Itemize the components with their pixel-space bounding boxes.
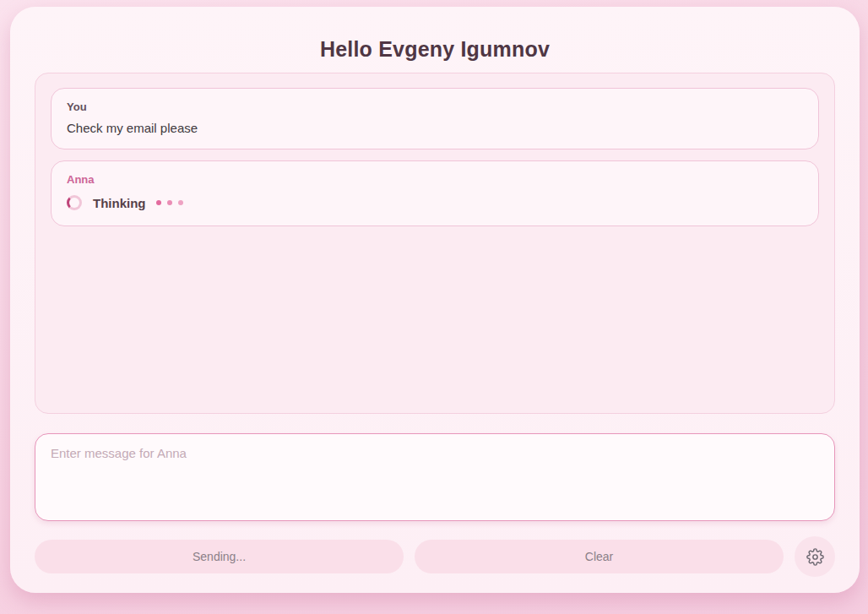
controls-bar: Sending... Clear: [35, 536, 835, 577]
typing-dots-icon: [156, 200, 183, 205]
send-button[interactable]: Sending...: [35, 540, 404, 573]
main-card: Hello Evgeny Igumnov You Check my email …: [10, 7, 860, 593]
thinking-status: Thinking: [67, 193, 803, 212]
spinner-icon: [67, 195, 82, 210]
chat-history: You Check my email please Anna Thinking: [35, 73, 835, 414]
clear-button[interactable]: Clear: [415, 540, 784, 573]
message-author: Anna: [67, 173, 803, 186]
message-input[interactable]: [35, 433, 835, 521]
dot-icon: [178, 200, 183, 205]
gear-icon: [806, 548, 824, 566]
thinking-label: Thinking: [93, 196, 146, 210]
dot-icon: [167, 200, 172, 205]
message-bubble-user: You Check my email please: [51, 88, 819, 149]
dot-icon: [156, 200, 161, 205]
message-text: Check my email please: [67, 121, 803, 135]
settings-button[interactable]: [795, 536, 835, 577]
message-bubble-assistant: Anna Thinking: [51, 160, 819, 226]
page-title: Hello Evgeny Igumnov: [35, 32, 835, 73]
message-author: You: [67, 101, 803, 113]
